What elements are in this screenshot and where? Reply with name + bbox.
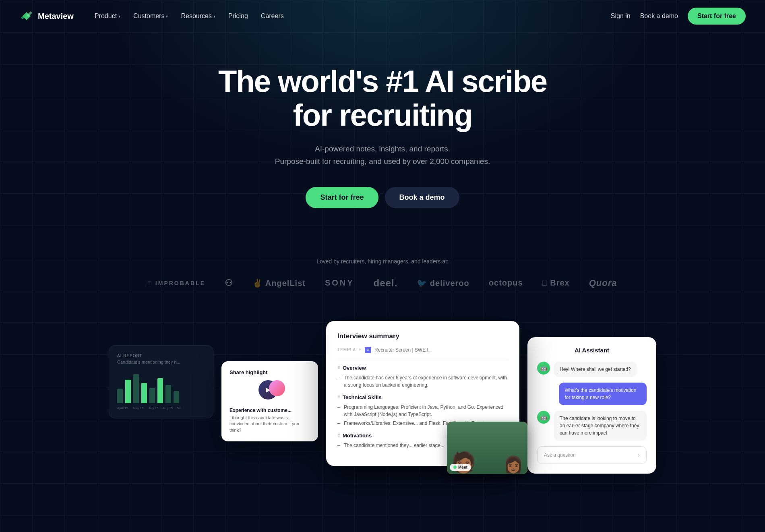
- hero-book-demo-button[interactable]: Book a demo: [385, 187, 459, 208]
- bar-7: [165, 385, 171, 403]
- ask-placeholder: Ask a question: [544, 452, 576, 458]
- send-icon: ›: [638, 451, 640, 459]
- logos-label: Loved by recruiters, hiring managers, an…: [8, 258, 757, 265]
- video-person-2: 👩🏾: [503, 455, 523, 474]
- date-label-3: July 15: [148, 406, 158, 410]
- ai-avatar-2: 🤖: [537, 411, 550, 424]
- ai-report-label: AI REPORT: [117, 354, 205, 358]
- motivations-title: Motivations: [343, 433, 372, 439]
- user-message-1: What's the candidate's motivation for ta…: [537, 383, 647, 405]
- sign-in-link[interactable]: Sign in: [611, 12, 631, 20]
- ai-avatar-1: 🤖: [537, 362, 550, 375]
- chevron-down-icon: ▾: [118, 14, 120, 19]
- drag-icon-3: ⠿: [337, 433, 340, 438]
- date-label-4: Aug 15: [163, 406, 173, 410]
- interview-summary-title: Interview summary: [337, 332, 508, 340]
- logo[interactable]: Metaview: [19, 10, 74, 22]
- nav-left: Metaview Product ▾ Customers ▾ Resources…: [19, 9, 289, 23]
- template-name: Recruiter Screen | SWE II: [374, 347, 430, 353]
- cards-section: AI REPORT Candidate's mentioning they h.…: [0, 321, 765, 490]
- hero-title: The world's #1 AI scribe for recruiting: [8, 64, 757, 132]
- logo-brex: □ Brex: [542, 278, 570, 288]
- nav-links: Product ▾ Customers ▾ Resources ▾ Pricin…: [90, 9, 289, 23]
- overview-header: ⠿ Overview: [337, 365, 508, 371]
- ask-question-input[interactable]: Ask a question ›: [537, 446, 647, 464]
- nav-customers[interactable]: Customers ▾: [128, 9, 173, 23]
- nav-resources[interactable]: Resources ▾: [176, 9, 220, 23]
- navigation: Metaview Product ▾ Customers ▾ Resources…: [0, 0, 765, 32]
- hero-section: The world's #1 AI scribe for recruiting …: [0, 32, 765, 258]
- share-highlight-title: Share highlight: [229, 369, 310, 375]
- hero-cta: Start for free Book a demo: [8, 187, 757, 208]
- share-text: I thought this candidate was s... convin…: [229, 415, 310, 433]
- technical-skills-title: Technical Skills: [343, 394, 382, 400]
- bar-1: [117, 389, 123, 403]
- avatar-group: ▶: [258, 380, 281, 403]
- start-free-nav-button[interactable]: Start for free: [688, 8, 746, 25]
- overview-title: Overview: [343, 365, 366, 371]
- nav-careers[interactable]: Careers: [256, 9, 289, 23]
- avatar-2: [269, 380, 285, 396]
- drag-icon: ⠿: [337, 366, 340, 370]
- ai-report-desc: Candidate's mentioning they h...: [117, 360, 205, 364]
- chart-labels: April 15 May 15 July 15 Aug 15 Se: [117, 406, 205, 410]
- bar-8: [174, 391, 179, 403]
- chat-message-1: 🤖 Hey! Where shall we get started?: [537, 362, 647, 377]
- logo-oo: ⚇: [225, 278, 233, 288]
- meet-badge: Meet: [450, 464, 471, 471]
- mini-chart: [117, 371, 205, 403]
- share-avatars: ▶: [229, 380, 310, 403]
- tech-bullet-1: Programming Languages: Proficient in Jav…: [337, 404, 508, 418]
- chat-message-2: 🤖 The candidate is looking to move to an…: [537, 411, 647, 441]
- hero-subtitle: AI-powered notes, insights, and reports.…: [8, 143, 757, 168]
- chevron-down-icon: ▾: [213, 14, 215, 19]
- date-label-5: Se: [177, 406, 181, 410]
- bar-6: [157, 378, 163, 403]
- share-highlight-card: Share highlight ▶ Experience with custom…: [221, 361, 318, 441]
- video-overlay: 🧑🏾 👩🏾 Meet: [447, 422, 527, 474]
- interview-summary-card: Interview summary TEMPLATE ⊞ Recruiter S…: [326, 321, 519, 466]
- overview-section: ⠿ Overview The candidate has over 6 year…: [337, 365, 508, 389]
- ai-bubble-1: Hey! Where shall we get started?: [554, 362, 637, 377]
- bar-4: [141, 383, 147, 403]
- logo-octopus: octopus: [489, 278, 523, 288]
- nav-right: Sign in Book a demo Start for free: [611, 8, 746, 25]
- template-row: TEMPLATE ⊞ Recruiter Screen | SWE II: [337, 347, 508, 359]
- ai-assistant-title: AI Assistant: [537, 347, 647, 354]
- bar-5: [149, 388, 155, 403]
- logo-text: Metaview: [38, 12, 74, 21]
- date-label-1: April 15: [117, 406, 128, 410]
- logo-angellist: ✌ AngelList: [252, 278, 306, 288]
- logos-section: Loved by recruiters, hiring managers, an…: [0, 258, 765, 313]
- share-experience-title: Experience with custome...: [229, 408, 310, 413]
- meet-label: Meet: [458, 465, 467, 470]
- user-bubble-1: What's the candidate's motivation for ta…: [559, 383, 647, 405]
- video-inner: 🧑🏾 👩🏾 Meet: [447, 422, 527, 474]
- book-demo-nav-link[interactable]: Book a demo: [640, 12, 678, 20]
- logo-deliveroo: 🐦 deliveroo: [417, 278, 469, 288]
- chevron-down-icon: ▾: [166, 14, 168, 19]
- ai-bubble-2: The candidate is looking to move to an e…: [554, 411, 647, 441]
- logo-deel: deel.: [374, 277, 398, 289]
- template-icon: ⊞: [365, 347, 371, 353]
- date-label-2: May 15: [133, 406, 143, 410]
- template-label: TEMPLATE: [337, 348, 362, 352]
- meet-dot: [453, 466, 457, 469]
- logos-row: □ IMPROBABLE ⚇ ✌ AngelList SONY deel. 🐦 …: [8, 277, 757, 289]
- technical-skills-header: ⠿ Technical Skills: [337, 394, 508, 400]
- ai-assistant-card: AI Assistant 🤖 Hey! Where shall we get s…: [527, 337, 656, 474]
- ai-report-card: AI REPORT Candidate's mentioning they h.…: [109, 345, 213, 418]
- bar-3: [133, 374, 139, 403]
- logo-quora: Quora: [589, 278, 617, 288]
- nav-pricing[interactable]: Pricing: [223, 9, 253, 23]
- nav-product[interactable]: Product ▾: [90, 9, 125, 23]
- hero-start-free-button[interactable]: Start for free: [306, 187, 378, 208]
- drag-icon-2: ⠿: [337, 395, 340, 400]
- bar-2: [125, 380, 131, 403]
- logo-sony: SONY: [325, 278, 354, 288]
- logo-improbable: □ IMPROBABLE: [148, 280, 205, 286]
- overview-bullet-1: The candidate has over 6 years of experi…: [337, 374, 508, 389]
